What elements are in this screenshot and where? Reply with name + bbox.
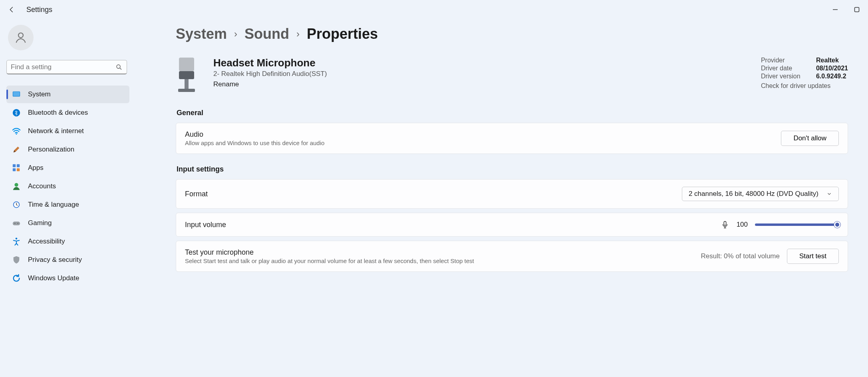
svg-point-18	[18, 223, 18, 224]
nav-label: Bluetooth & devices	[28, 109, 88, 117]
wifi-icon	[12, 127, 21, 136]
section-input: Input settings	[177, 165, 848, 174]
nav-label: System	[28, 90, 51, 98]
brush-icon	[12, 145, 21, 154]
svg-rect-1	[855, 8, 859, 12]
nav-label: Time & language	[28, 201, 79, 209]
svg-point-8	[16, 134, 17, 135]
titlebar: Settings	[0, 0, 868, 19]
start-test-button[interactable]: Start test	[787, 249, 839, 264]
device-name: Headset Microphone	[213, 57, 745, 69]
svg-point-3	[117, 65, 120, 68]
svg-rect-12	[17, 168, 20, 171]
nav-network[interactable]: Network & internet	[6, 122, 129, 140]
driver-date-label: Driver date	[761, 65, 805, 72]
audio-title: Audio	[185, 130, 324, 139]
test-title: Test your microphone	[185, 248, 474, 257]
display-icon	[12, 90, 21, 99]
mic-small-icon	[721, 220, 729, 229]
nav-update[interactable]: Windows Update	[6, 269, 129, 287]
nav-accessibility[interactable]: Accessibility	[6, 233, 129, 250]
nav-label: Privacy & security	[28, 256, 82, 264]
nav-label: Accounts	[28, 182, 56, 190]
test-sub: Select Start test and talk or play audio…	[185, 257, 474, 264]
nav-apps[interactable]: Apps	[6, 159, 129, 177]
bluetooth-icon	[12, 108, 21, 117]
avatar[interactable]	[8, 25, 34, 50]
format-value: 2 channels, 16 bit, 48000 Hz (DVD Qualit…	[689, 190, 818, 198]
nav-label: Personalization	[28, 146, 74, 154]
volume-slider[interactable]	[755, 223, 839, 226]
search-icon	[115, 64, 123, 71]
svg-rect-10	[17, 164, 20, 167]
svg-rect-6	[13, 92, 20, 96]
svg-rect-22	[185, 79, 189, 89]
search-box[interactable]	[6, 60, 127, 74]
crumb-sound[interactable]: Sound	[244, 26, 289, 42]
svg-rect-16	[13, 221, 20, 225]
nav-label: Windows Update	[28, 274, 79, 282]
svg-point-19	[16, 237, 18, 239]
volume-value: 100	[737, 221, 748, 229]
svg-rect-23	[178, 89, 195, 92]
nav-label: Network & internet	[28, 127, 84, 135]
app-title: Settings	[26, 6, 52, 14]
section-general: General	[177, 109, 848, 117]
dont-allow-button[interactable]: Don't allow	[781, 131, 839, 146]
driver-version-label: Driver version	[761, 73, 805, 80]
search-input[interactable]	[11, 63, 115, 71]
nav-privacy[interactable]: Privacy & security	[6, 251, 129, 269]
audio-card: Audio Allow apps and Windows to use this…	[176, 123, 848, 154]
driver-provider: Realtek	[816, 57, 839, 64]
device-sub: 2- Realtek High Definition Audio(SST)	[213, 70, 745, 78]
svg-line-4	[120, 68, 121, 70]
crumb-properties: Properties	[307, 26, 378, 42]
svg-rect-24	[724, 221, 726, 225]
gamepad-icon	[12, 219, 21, 227]
nav-gaming[interactable]: Gaming	[6, 214, 129, 232]
nav-time[interactable]: Time & language	[6, 196, 129, 213]
microphone-icon	[176, 57, 197, 95]
nav-personalization[interactable]: Personalization	[6, 141, 129, 158]
test-result: Result: 0% of total volume	[701, 252, 779, 260]
chevron-down-icon	[826, 191, 832, 197]
nav-bluetooth[interactable]: Bluetooth & devices	[6, 104, 129, 122]
maximize-button[interactable]	[854, 6, 860, 13]
test-mic-card: Test your microphone Select Start test a…	[176, 241, 848, 272]
svg-rect-11	[13, 168, 16, 171]
breadcrumb: System › Sound › Properties	[176, 26, 848, 42]
chevron-right-icon: ›	[234, 28, 237, 40]
volume-card: Input volume 100	[176, 213, 848, 237]
audio-sub: Allow apps and Windows to use this devic…	[185, 140, 324, 146]
driver-date: 08/10/2021	[816, 65, 848, 72]
nav-accounts[interactable]: Accounts	[6, 178, 129, 195]
clock-icon	[12, 200, 21, 209]
nav-label: Apps	[28, 164, 44, 172]
rename-button[interactable]: Rename	[213, 80, 239, 88]
chevron-right-icon: ›	[296, 28, 300, 40]
update-icon	[12, 274, 21, 283]
format-label: Format	[185, 190, 208, 198]
nav-system[interactable]: System	[6, 86, 129, 103]
main-content: System › Sound › Properties Headset Micr…	[136, 19, 868, 377]
nav-label: Gaming	[28, 219, 52, 227]
apps-icon	[12, 164, 21, 172]
accessibility-icon	[12, 237, 21, 246]
svg-point-17	[14, 223, 15, 224]
driver-info: ProviderRealtek Driver date08/10/2021 Dr…	[761, 57, 848, 90]
minimize-button[interactable]	[832, 6, 838, 13]
check-driver-updates-link[interactable]: Check for driver updates	[761, 82, 848, 90]
svg-rect-20	[179, 58, 194, 71]
back-button[interactable]	[8, 6, 15, 13]
slider-thumb[interactable]	[834, 221, 840, 228]
sidebar: System Bluetooth & devices Network & int…	[0, 19, 136, 377]
shield-icon	[12, 255, 21, 264]
crumb-system[interactable]: System	[176, 26, 227, 42]
svg-rect-21	[179, 71, 194, 79]
format-dropdown[interactable]: 2 channels, 16 bit, 48000 Hz (DVD Qualit…	[682, 187, 839, 201]
volume-label: Input volume	[185, 221, 226, 229]
nav-label: Accessibility	[28, 237, 65, 245]
person-icon	[12, 182, 21, 191]
driver-provider-label: Provider	[761, 57, 805, 64]
format-card: Format 2 channels, 16 bit, 48000 Hz (DVD…	[176, 179, 848, 209]
